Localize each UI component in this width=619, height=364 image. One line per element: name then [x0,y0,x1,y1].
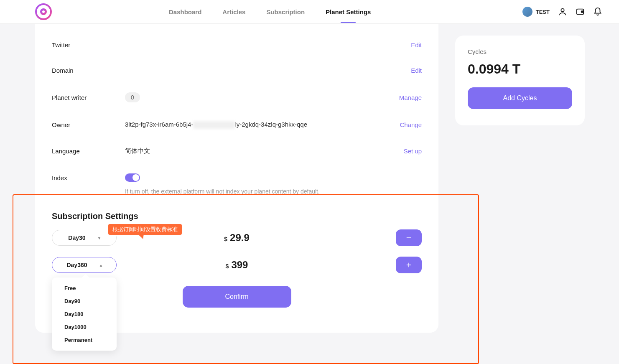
currency-1: $ [224,236,227,242]
nav-articles[interactable]: Articles [222,1,245,23]
dropdown-option-day1000[interactable]: Day1000 [52,321,117,333]
period-select-day360[interactable]: Day360 ▴ [52,257,117,273]
header-right: TEST [522,7,602,17]
nav-dashboard[interactable]: Dashboard [169,1,201,23]
period-select-day30[interactable]: Day30 ▾ [52,230,117,246]
add-row-button[interactable] [396,257,422,273]
price-row-1: Day30 ▾ $ 29.9 [52,229,422,246]
language-row: Language 简体中文 Set up [52,138,422,164]
planet-writer-row: Planet writer 0 Manage [52,83,422,112]
owner-label: Owner [52,121,125,128]
planet-writer-label: Planet writer [52,94,125,101]
owner-change-link[interactable]: Change [400,121,422,128]
index-value [125,173,422,182]
period-label: Day360 [66,262,87,268]
subscription-section: Subscription Settings 根据订阅时间设置收费标准 Day30… [52,203,422,316]
cycles-value: 0.0994 T [468,61,572,77]
domain-row: Domain Edit [52,58,422,83]
twitter-edit-link[interactable]: Edit [411,41,422,48]
content-panel: Twitter Edit Domain Edit Planet writer 0… [35,24,438,333]
price-display-1: $ 29.9 [224,232,250,244]
price-row-2: Day360 ▴ $ 399 Free Day90 Day180 Day1000… [52,257,422,273]
index-toggle[interactable] [125,173,140,182]
writer-count-badge: 0 [125,92,140,102]
wallet-icon[interactable] [576,7,585,16]
price-2: 399 [231,259,248,271]
redacted-segment [193,121,235,129]
dropdown-option-free[interactable]: Free [52,282,117,295]
price-1: 29.9 [230,232,250,244]
svg-rect-5 [581,11,584,13]
language-value: 简体中文 [125,147,404,155]
period-label: Day30 [68,234,85,241]
avatar[interactable] [522,7,532,17]
main-nav: Dashboard Articles Subscription Planet S… [169,1,371,23]
index-help-text: If turn off, the external platform will … [125,188,422,195]
twitter-row: Twitter Edit [52,32,422,58]
nav-planet-settings[interactable]: Planet Settings [326,1,371,23]
twitter-label: Twitter [52,41,125,48]
chevron-down-icon: ▾ [98,236,100,240]
svg-point-3 [561,9,564,12]
tooltip-badge: 根据订阅时间设置收费标准 [108,224,182,235]
main-area: Twitter Edit Domain Edit Planet writer 0… [0,24,619,333]
username: TEST [536,9,550,15]
dropdown-option-day180[interactable]: Day180 [52,308,117,321]
cycles-card: Cycles 0.0994 T Add Cycles [455,36,585,125]
dropdown-option-permanent[interactable]: Permanent [52,333,117,346]
nav-subscription[interactable]: Subscription [266,1,305,23]
owner-value: 3lt2p-fg73x-ir6am-6b5j4-ly-2gkdq-34zlq-g… [125,121,400,129]
subscription-title: Subscription Settings [52,211,422,221]
dropdown-option-day90[interactable]: Day90 [52,295,117,308]
index-label: Index [52,174,125,181]
remove-row-button[interactable] [396,229,422,246]
add-cycles-button[interactable]: Add Cycles [468,87,572,109]
cycles-label: Cycles [468,48,572,55]
app-logo[interactable] [35,3,52,20]
bell-icon[interactable] [593,7,602,16]
language-setup-link[interactable]: Set up [404,148,422,155]
svg-point-2 [42,10,45,13]
currency-2: $ [226,263,229,270]
confirm-button[interactable]: Confirm [183,286,291,308]
user-icon[interactable] [558,7,567,16]
domain-edit-link[interactable]: Edit [411,67,422,74]
planet-writer-value: 0 [125,92,399,102]
language-label: Language [52,148,125,155]
domain-label: Domain [52,67,125,74]
period-dropdown: Free Day90 Day180 Day1000 Permanent [52,277,117,351]
header: Dashboard Articles Subscription Planet S… [0,0,619,24]
owner-row: Owner 3lt2p-fg73x-ir6am-6b5j4-ly-2gkdq-3… [52,112,422,138]
chevron-up-icon: ▴ [100,263,102,267]
index-row: Index [52,164,422,184]
planet-writer-manage-link[interactable]: Manage [399,94,422,101]
price-display-2: $ 399 [226,259,248,271]
